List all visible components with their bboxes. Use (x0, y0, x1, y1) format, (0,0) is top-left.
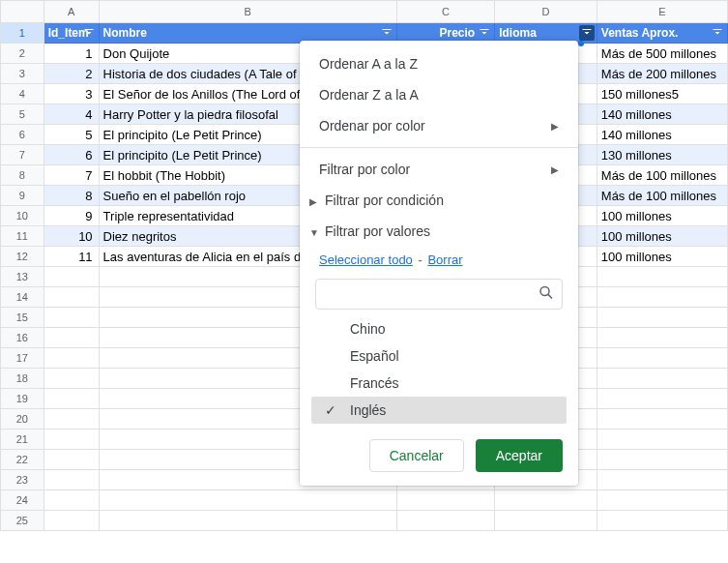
row-header[interactable]: 16 (1, 328, 44, 348)
cell[interactable] (44, 369, 99, 389)
cell[interactable]: 1 (44, 44, 99, 64)
cancel-button[interactable]: Cancelar (369, 439, 464, 472)
cell[interactable] (597, 267, 727, 287)
cell[interactable] (44, 430, 99, 450)
cell[interactable]: 140 millones (597, 125, 727, 145)
cell[interactable] (495, 511, 597, 531)
cell[interactable]: 10 (44, 226, 99, 247)
filter-value-item[interactable]: Chino (311, 315, 567, 342)
row-header[interactable]: 23 (1, 470, 44, 490)
corner-cell[interactable] (1, 1, 44, 23)
cell[interactable] (44, 389, 99, 409)
col-header-D[interactable]: D (495, 1, 597, 23)
cell[interactable]: Más de 100 millones (597, 165, 727, 186)
cell[interactable]: 6 (44, 145, 99, 165)
row-header[interactable]: 6 (1, 125, 44, 145)
filter-icon[interactable] (379, 25, 394, 41)
sort-az[interactable]: Ordenar A a la Z (300, 48, 578, 79)
cell[interactable]: 4 (44, 104, 99, 125)
filter-value-item[interactable]: ✓Inglés (311, 397, 567, 424)
row-header[interactable]: 8 (1, 165, 44, 186)
row-header[interactable]: 15 (1, 308, 44, 328)
cell[interactable] (44, 348, 99, 369)
row-header[interactable]: 10 (1, 206, 44, 226)
filter-by-values[interactable]: ▼Filtrar por valores (300, 216, 578, 247)
filter-by-color[interactable]: Filtrar por color▶ (300, 154, 578, 185)
cell[interactable] (44, 308, 99, 328)
row-header[interactable]: 3 (1, 64, 44, 84)
cell[interactable] (44, 470, 99, 490)
cell[interactable]: Más de 100 millones (597, 186, 727, 206)
select-all-link[interactable]: Seleccionar todo (319, 252, 413, 267)
row-header[interactable]: 22 (1, 450, 44, 470)
cell[interactable] (597, 470, 727, 490)
col-header-A[interactable]: A (44, 1, 99, 23)
sort-by-color[interactable]: Ordenar por color▶ (300, 110, 578, 141)
cell[interactable] (597, 409, 727, 430)
row-header[interactable]: 5 (1, 104, 44, 125)
cell[interactable] (597, 328, 727, 348)
filter-value-item[interactable]: Español (311, 342, 567, 370)
cell[interactable] (44, 267, 99, 287)
cell[interactable] (99, 511, 396, 531)
row-header[interactable]: 25 (1, 511, 44, 531)
cell[interactable]: 100 millones (597, 226, 727, 247)
cell[interactable] (495, 490, 597, 511)
filter-search-input[interactable] (315, 279, 563, 310)
row-header[interactable]: 7 (1, 145, 44, 165)
row-header[interactable]: 11 (1, 226, 44, 247)
col-header-B[interactable]: B (99, 1, 396, 23)
filter-by-condition[interactable]: ▶Filtrar por condición (300, 185, 578, 216)
row-header[interactable]: 21 (1, 430, 44, 450)
header-ventas[interactable]: Ventas Aprox. (597, 23, 727, 44)
filter-icon[interactable] (710, 25, 725, 41)
cell[interactable]: 100 millones (597, 206, 727, 226)
cell[interactable] (396, 490, 495, 511)
col-header-E[interactable]: E (597, 1, 727, 23)
cell[interactable] (597, 389, 727, 409)
col-header-C[interactable]: C (396, 1, 495, 23)
cell[interactable]: Más de 500 millones (597, 44, 727, 64)
row-header[interactable]: 2 (1, 44, 44, 64)
filter-icon[interactable] (477, 25, 492, 41)
cell[interactable]: 5 (44, 125, 99, 145)
filter-icon[interactable] (81, 25, 97, 41)
row-header[interactable]: 17 (1, 348, 44, 369)
cell[interactable]: 7 (44, 165, 99, 186)
cell[interactable] (597, 369, 727, 389)
selection-handle[interactable] (578, 41, 584, 46)
filter-icon-active[interactable] (579, 25, 595, 41)
sort-za[interactable]: Ordenar Z a la A (300, 79, 578, 110)
row-header[interactable]: 20 (1, 409, 44, 430)
cell[interactable] (44, 409, 99, 430)
cell[interactable]: 100 millones (597, 247, 727, 267)
cell[interactable] (44, 328, 99, 348)
cell[interactable]: 8 (44, 186, 99, 206)
cell[interactable] (597, 430, 727, 450)
cell[interactable] (597, 511, 727, 531)
row-header[interactable]: 19 (1, 389, 44, 409)
cell[interactable] (44, 287, 99, 308)
cell[interactable]: 140 millones (597, 104, 727, 125)
cell[interactable]: Más de 200 millones (597, 64, 727, 84)
cell[interactable]: 3 (44, 84, 99, 104)
row-header[interactable]: 12 (1, 247, 44, 267)
cell[interactable]: 9 (44, 206, 99, 226)
cell[interactable] (44, 511, 99, 531)
ok-button[interactable]: Aceptar (476, 439, 563, 472)
clear-link[interactable]: Borrar (427, 252, 462, 267)
cell[interactable]: 130 millones (597, 145, 727, 165)
row-header[interactable]: 4 (1, 84, 44, 104)
cell[interactable] (396, 511, 495, 531)
cell[interactable]: 150 millones5 (597, 84, 727, 104)
row-header[interactable]: 18 (1, 369, 44, 389)
header-id[interactable]: Id_Item (44, 23, 99, 44)
cell[interactable] (597, 490, 727, 511)
cell[interactable] (597, 308, 727, 328)
cell[interactable]: 2 (44, 64, 99, 84)
row-header[interactable]: 24 (1, 490, 44, 511)
filter-value-item[interactable]: Francés (311, 370, 567, 397)
row-header-1[interactable]: 1 (1, 23, 44, 44)
row-header[interactable]: 13 (1, 267, 44, 287)
cell[interactable] (44, 490, 99, 511)
